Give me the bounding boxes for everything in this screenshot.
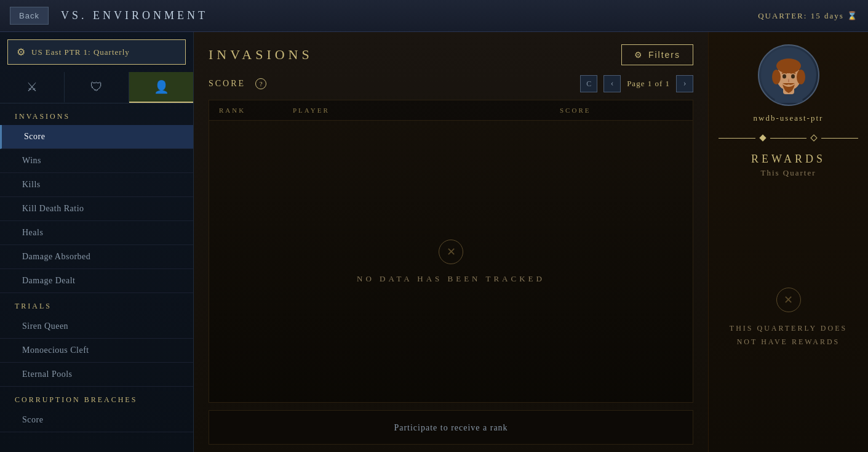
tab-swords[interactable]: ⚔ — [0, 72, 65, 103]
sidebar-item-damage-absorbed[interactable]: Damage Absorbed — [0, 245, 193, 269]
c-badge: C — [580, 75, 597, 92]
nav-tabs: ⚔ 🛡 👤 — [0, 72, 193, 103]
page-indicator: Page 1 of 1 — [627, 79, 670, 89]
svg-point-7 — [791, 75, 795, 79]
corruption-header: CORRUPTION BREACHES — [0, 387, 193, 408]
server-icon: ⚙ — [17, 46, 25, 58]
player-name: nwdb-useast-ptr — [754, 113, 824, 123]
person-icon: 👤 — [154, 79, 169, 94]
score-bar: SCORE ? C ‹ Page 1 of 1 › — [194, 75, 708, 100]
sidebar-item-kills[interactable]: Kills — [0, 173, 193, 197]
sidebar-item-cb-score[interactable]: Score — [0, 408, 193, 432]
svg-point-6 — [782, 75, 786, 79]
table-header: RANK PLAYER SCORE — [209, 100, 693, 121]
sidebar-item-monoecious-cleft[interactable]: Monoecious Cleft — [0, 339, 193, 363]
sidebar-item-damage-dealt[interactable]: Damage Dealt — [0, 269, 193, 293]
trials-section: TRIALS Siren Queen Monoecious Cleft Eter… — [0, 293, 193, 387]
sidebar-item-siren-queen[interactable]: Siren Queen — [0, 315, 193, 339]
table-body: ✕ NO DATA HAS BEEN TRACKED — [209, 121, 693, 402]
content-header: INVASIONS ⚙ Filters — [194, 32, 708, 75]
participate-bar: Participate to receive a rank — [209, 410, 693, 445]
sidebar-item-kill-death-ratio[interactable]: Kill Death Ratio — [0, 197, 193, 221]
avatar — [758, 44, 819, 106]
content-title: INVASIONS — [209, 47, 313, 63]
tab-shield[interactable]: 🛡 — [65, 72, 129, 103]
divider — [719, 135, 858, 140]
col-rank: RANK — [219, 107, 293, 114]
score-help-button[interactable]: ? — [255, 78, 266, 89]
sidebar-item-wins[interactable]: Wins — [0, 149, 193, 173]
invasions-header: INVASIONS — [0, 103, 193, 125]
pagination: C ‹ Page 1 of 1 › — [580, 75, 693, 92]
leaderboard-table: RANK PLAYER SCORE ✕ NO DATA HAS BEEN TRA… — [209, 100, 693, 403]
sidebar-item-score[interactable]: Score — [0, 125, 193, 149]
filters-label: Filters — [648, 50, 680, 60]
back-button[interactable]: Back — [10, 7, 49, 25]
filters-icon: ⚙ — [634, 50, 643, 60]
quarter-info: QUARTER: 15 days ⌛ — [758, 11, 858, 21]
col-score: SCORE — [560, 107, 683, 114]
page-title: VS. ENVIRONMENT — [61, 9, 758, 22]
filters-button[interactable]: ⚙ Filters — [621, 44, 693, 65]
content-area: INVASIONS ⚙ Filters SCORE ? C ‹ Page 1 o… — [194, 32, 708, 452]
corruption-section: CORRUPTION BREACHES Score — [0, 387, 193, 432]
col-player: PLAYER — [293, 107, 560, 114]
score-label: SCORE — [209, 79, 245, 89]
top-bar: Back VS. ENVIRONMENT QUARTER: 15 days ⌛ — [0, 0, 868, 32]
sidebar-item-eternal-pools[interactable]: Eternal Pools — [0, 363, 193, 387]
main-layout: ⚙ US East PTR 1: Quarterly ⚔ 🛡 👤 INVASIO… — [0, 32, 868, 452]
server-selector[interactable]: ⚙ US East PTR 1: Quarterly — [7, 39, 186, 65]
server-label: US East PTR 1: Quarterly — [31, 47, 130, 57]
no-data-icon: ✕ — [439, 240, 463, 264]
rewards-subtitle: This Quarter — [760, 168, 816, 178]
shield-icon: 🛡 — [90, 80, 103, 94]
invasions-section: INVASIONS Score Wins Kills Kill Death Ra… — [0, 103, 193, 293]
prev-page-button[interactable]: ‹ — [603, 75, 621, 92]
right-panel: nwdb-useast-ptr REWARDS This Quarter ✕ T… — [708, 32, 868, 452]
no-rewards-icon: ✕ — [776, 288, 801, 312]
trials-header: TRIALS — [0, 293, 193, 315]
swords-icon: ⚔ — [26, 79, 38, 94]
no-rewards-text: THIS QUARTERLY DOES NOT HAVE REWARDS — [719, 322, 858, 349]
no-data-text: NO DATA HAS BEEN TRACKED — [357, 274, 545, 284]
participate-text: Participate to receive a rank — [394, 423, 508, 432]
sidebar-item-heals[interactable]: Heals — [0, 221, 193, 245]
svg-point-4 — [772, 70, 781, 84]
svg-point-3 — [776, 59, 801, 73]
svg-point-5 — [797, 70, 805, 84]
rewards-title: REWARDS — [751, 153, 826, 166]
tab-person[interactable]: 👤 — [129, 72, 193, 103]
sidebar: ⚙ US East PTR 1: Quarterly ⚔ 🛡 👤 INVASIO… — [0, 32, 194, 452]
next-page-button[interactable]: › — [676, 75, 693, 92]
